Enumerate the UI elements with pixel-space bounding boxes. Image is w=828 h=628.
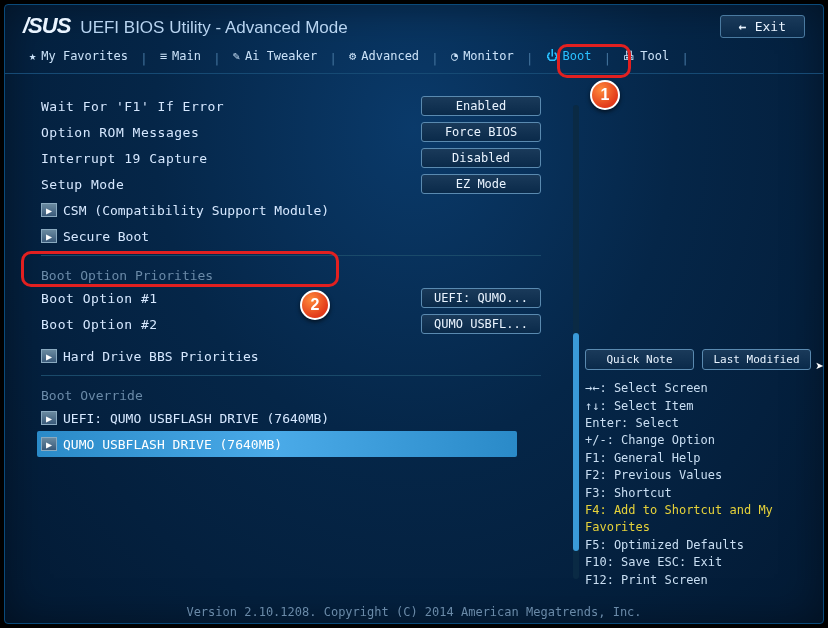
side-panel: Quick Note Last Modified →←: Select Scre… <box>579 85 823 599</box>
help-keys: →←: Select Screen ↑↓: Select Item Enter:… <box>585 380 811 589</box>
tab-advanced[interactable]: ⚙Advanced <box>339 43 429 73</box>
tool-icon: 🖶 <box>623 50 635 62</box>
row-option-rom[interactable]: Option ROM Messages Force BIOS <box>41 119 565 145</box>
boot-override-item-2[interactable]: ▶ QUMO USBFLASH DRIVE (7640MB) <box>37 431 517 457</box>
int19-value[interactable]: Disabled <box>421 148 541 168</box>
row-wait-f1[interactable]: Wait For 'F1' If Error Enabled <box>41 93 565 119</box>
wait-f1-value[interactable]: Enabled <box>421 96 541 116</box>
last-modified-button[interactable]: Last Modified <box>702 349 811 370</box>
boot-opt-1-label: Boot Option #1 <box>41 291 421 306</box>
star-icon: ★ <box>29 50 36 62</box>
power-icon: ⏻ <box>546 50 558 62</box>
tab-tool[interactable]: 🖶Tool <box>613 43 679 73</box>
exit-label: Exit <box>755 19 786 34</box>
boot-opt-2-value[interactable]: QUMO USBFL... <box>421 314 541 334</box>
main-panel: Wait For 'F1' If Error Enabled Option RO… <box>5 85 573 599</box>
divider <box>41 375 541 376</box>
submenu-icon: ▶ <box>41 349 57 363</box>
tab-ai-tweaker[interactable]: ✎Ai Tweaker <box>223 43 327 73</box>
boot-override-item-1[interactable]: ▶ UEFI: QUMO USBFLASH DRIVE (7640MB) <box>41 405 565 431</box>
scroll-thumb[interactable] <box>573 333 579 551</box>
boot-priorities-title: Boot Option Priorities <box>41 262 565 285</box>
row-int19[interactable]: Interrupt 19 Capture Disabled <box>41 145 565 171</box>
scrollbar[interactable] <box>573 105 579 579</box>
divider <box>41 255 541 256</box>
monitor-icon: ◔ <box>451 50 458 62</box>
footer-version: Version 2.10.1208. Copyright (C) 2014 Am… <box>5 605 823 619</box>
row-csm[interactable]: ▶ CSM (Compatibility Support Module) <box>41 197 565 223</box>
option-rom-value[interactable]: Force BIOS <box>421 122 541 142</box>
gear-icon: ⚙ <box>349 50 356 62</box>
override-1-label: UEFI: QUMO USBFLASH DRIVE (7640MB) <box>63 411 329 426</box>
exit-button[interactable]: Exit <box>720 15 805 38</box>
boot-opt-1-value[interactable]: UEFI: QUMO... <box>421 288 541 308</box>
override-2-label: QUMO USBFLASH DRIVE (7640MB) <box>63 437 282 452</box>
setup-mode-label: Setup Mode <box>41 177 421 192</box>
callout-badge-1: 1 <box>590 80 620 110</box>
submenu-icon: ▶ <box>41 437 57 451</box>
csm-label: CSM (Compatibility Support Module) <box>63 203 329 218</box>
secure-boot-label: Secure Boot <box>63 229 149 244</box>
tweak-icon: ✎ <box>233 50 240 62</box>
wait-f1-label: Wait For 'F1' If Error <box>41 99 421 114</box>
tab-boot[interactable]: ⏻Boot <box>536 43 602 73</box>
tab-bar: ★My Favorites | ≡Main | ✎Ai Tweaker | ⚙A… <box>5 43 823 74</box>
setup-mode-value[interactable]: EZ Mode <box>421 174 541 194</box>
row-hdd-bbs[interactable]: ▶ Hard Drive BBS Priorities <box>41 343 565 369</box>
quick-note-button[interactable]: Quick Note <box>585 349 694 370</box>
submenu-icon: ▶ <box>41 411 57 425</box>
row-setup-mode[interactable]: Setup Mode EZ Mode <box>41 171 565 197</box>
tab-monitor[interactable]: ◔Monitor <box>441 43 524 73</box>
boot-override-title: Boot Override <box>41 382 565 405</box>
title-bar: /SUS UEFI BIOS Utility - Advanced Mode E… <box>5 5 823 45</box>
tab-main[interactable]: ≡Main <box>150 43 211 73</box>
callout-badge-2: 2 <box>300 290 330 320</box>
list-icon: ≡ <box>160 50 167 62</box>
asus-logo: /SUS <box>23 13 70 39</box>
cursor-icon: ➤ <box>816 358 824 374</box>
option-rom-label: Option ROM Messages <box>41 125 421 140</box>
boot-opt-2-label: Boot Option #2 <box>41 317 421 332</box>
submenu-icon: ▶ <box>41 203 57 217</box>
hdd-bbs-label: Hard Drive BBS Priorities <box>63 349 259 364</box>
int19-label: Interrupt 19 Capture <box>41 151 421 166</box>
row-secure-boot[interactable]: ▶ Secure Boot <box>41 223 565 249</box>
tab-my-favorites[interactable]: ★My Favorites <box>19 43 138 73</box>
submenu-icon: ▶ <box>41 229 57 243</box>
utility-title: UEFI BIOS Utility - Advanced Mode <box>80 18 347 38</box>
